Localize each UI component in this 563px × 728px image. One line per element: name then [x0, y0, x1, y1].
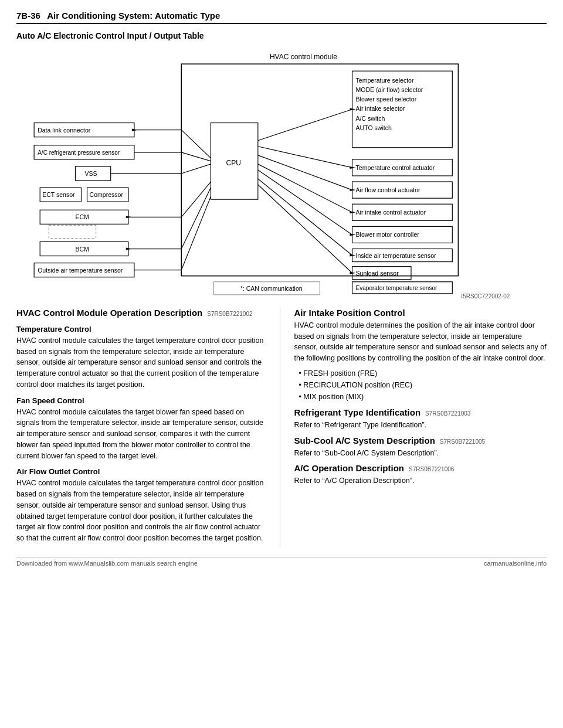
cpu-label: CPU: [226, 159, 241, 167]
svg-line-44: [258, 164, 352, 212]
ect-sensor-label: ECT sensor: [42, 191, 75, 198]
air-intake-bullets: FRESH position (FRE) RECIRCULATION posit…: [299, 368, 547, 403]
svg-marker-25: [132, 129, 138, 131]
svg-marker-51: [350, 272, 356, 274]
bullet-fresh: FRESH position (FRE): [299, 368, 547, 379]
inside-air-temp-label: Inside air temperature sensor: [356, 252, 436, 259]
subcool-body: Refer to “Sub-Cool A/C System Descriptio…: [294, 448, 547, 459]
svg-marker-43: [350, 189, 356, 191]
svg-line-34: [181, 188, 211, 249]
outside-air-temp-label: Outside air temperature sensor: [38, 267, 123, 274]
airflow-outlet-body: HVAC control module calculates the targe…: [16, 478, 269, 544]
page-header: 7B-36 Air Conditioning System: Automatic…: [16, 11, 547, 24]
right-column: Air Intake Position Control HVAC control…: [292, 308, 547, 547]
image-ref: I5RS0C722002-02: [461, 293, 510, 300]
ac-operation-title: A/C Operation Description: [294, 463, 405, 473]
svg-line-40: [258, 147, 352, 168]
refrigerant-id: S7RS0B7221003: [425, 410, 470, 417]
diagram-container: HVAC control module CPU Temperature sele…: [16, 46, 547, 300]
svg-text:MODE (air flow) selector: MODE (air flow) selector: [356, 86, 423, 93]
svg-line-37: [181, 196, 211, 270]
air-intake-body: HVAC control module determines the posit…: [294, 320, 547, 364]
page-container: 7B-36 Air Conditioning System: Automatic…: [0, 0, 563, 579]
subcool-id: S7RS0B7221005: [440, 438, 485, 445]
ac-pressure-sensor-label: A/C refrigerant pressure sensor: [38, 149, 120, 156]
compressor-label: Compressor: [90, 191, 124, 198]
svg-rect-20: [49, 225, 96, 238]
footer-right: carmanualsonline.info: [484, 560, 547, 567]
page-subtitle: Air Conditioning System: Automatic Type: [42, 11, 220, 21]
svg-text:Blower speed selector: Blower speed selector: [356, 96, 417, 103]
svg-line-31: [181, 182, 211, 217]
footer: Downloaded from www.Manualslib.com manua…: [16, 557, 547, 567]
svg-line-38: [258, 109, 352, 140]
svg-marker-35: [126, 248, 132, 250]
svg-line-46: [258, 170, 352, 234]
left-main-title-id: S7RS0B7221002: [207, 311, 252, 317]
temp-control-title: Temperature Control: [16, 325, 269, 334]
svg-text:A/C switch: A/C switch: [356, 115, 385, 122]
blower-motor-controller-label: Blower motor controller: [356, 231, 420, 238]
svg-marker-32: [126, 216, 132, 218]
airflow-outlet-title: Air Flow Outlet Control: [16, 467, 269, 476]
svg-line-29: [181, 164, 211, 174]
svg-line-42: [258, 155, 352, 190]
temp-control-body: HVAC control module calculates the targe…: [16, 335, 269, 390]
bcm-label: BCM: [75, 246, 89, 253]
fan-speed-title: Fan Speed Control: [16, 396, 269, 405]
fan-speed-body: HVAC control module calculates the targe…: [16, 407, 269, 462]
footer-left: Downloaded from www.Manualslib.com manua…: [16, 560, 198, 567]
evap-temp-label: Evaporator temperature sensor: [356, 285, 437, 291]
vss-label: VSS: [85, 170, 97, 177]
svg-marker-49: [350, 254, 356, 257]
diagram-section-title: Auto A/C Electronic Control Input / Outp…: [16, 31, 547, 40]
left-column: HVAC Control Module Operation Descriptio…: [16, 308, 280, 547]
hvac-label: HVAC control module: [270, 53, 337, 61]
data-link-label: Data link connector: [38, 127, 91, 134]
temp-control-actuator-label: Temperature control actuator: [356, 164, 435, 171]
ecm-label: ECM: [75, 213, 89, 220]
svg-marker-47: [350, 233, 356, 236]
svg-text:AUTO switch: AUTO switch: [356, 124, 392, 131]
right-box-selectors-1: Temperature selector: [356, 77, 414, 84]
ac-operation-body: Refer to “A/C Operation Description”.: [294, 475, 547, 487]
bullet-recirc: RECIRCULATION position (REC): [299, 379, 547, 391]
air-intake-control-actuator-label: Air intake control actuator: [356, 209, 426, 216]
can-label: *: CAN communication: [240, 285, 303, 292]
svg-line-48: [258, 179, 352, 256]
ac-operation-id: S7RS0B7221006: [409, 466, 454, 472]
refrigerant-title: Refrigerant Type Identification: [294, 407, 421, 417]
svg-text:Air intake selector: Air intake selector: [356, 105, 405, 112]
left-main-title: HVAC Control Module Operation Descriptio…: [16, 308, 202, 318]
airflow-control-actuator-label: Air flow control actuator: [356, 186, 421, 193]
circuit-diagram: HVAC control module CPU Temperature sele…: [16, 46, 547, 300]
svg-marker-39: [350, 108, 356, 110]
svg-line-50: [258, 185, 352, 273]
svg-marker-41: [350, 166, 356, 169]
air-intake-title: Air Intake Position Control: [294, 308, 405, 318]
refrigerant-body: Refer to “Refrigerant Type Identificatio…: [294, 420, 547, 431]
sunload-label: Sunload sensor: [356, 270, 399, 277]
subcool-title: Sub-Cool A/C System Description: [294, 436, 435, 445]
content-columns: HVAC Control Module Operation Descriptio…: [16, 308, 547, 547]
svg-marker-45: [350, 211, 356, 213]
page-title: 7B-36: [16, 11, 40, 21]
bullet-mix: MIX position (MIX): [299, 391, 547, 403]
